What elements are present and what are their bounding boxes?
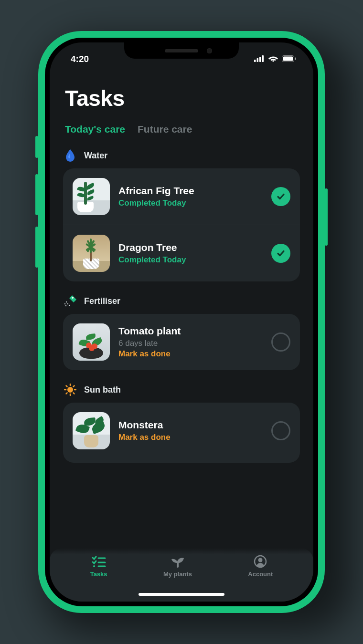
svg-point-25 (93, 565, 95, 567)
plant-name: Dragon Tree (118, 242, 263, 253)
page-title: Tasks (63, 85, 300, 111)
status-time: 4:20 (71, 54, 89, 64)
check-done-icon[interactable] (271, 244, 290, 263)
side-button (35, 136, 38, 158)
task-row[interactable]: African Fig Tree Completed Today (63, 168, 300, 225)
section-label: Fertiliser (84, 296, 120, 306)
home-indicator[interactable] (139, 593, 224, 596)
nav-label: Account (248, 571, 273, 578)
check-done-icon[interactable] (271, 187, 290, 206)
svg-line-21 (66, 393, 67, 394)
task-row[interactable]: Tomato plant 6 days late Mark as done (63, 314, 300, 370)
svg-point-8 (66, 301, 67, 302)
tab-todays-care[interactable]: Today's care (65, 124, 125, 135)
device-frame: 4:20 Tasks (38, 31, 325, 613)
side-button (35, 174, 38, 215)
section-header-fertiliser: Fertiliser (63, 293, 300, 314)
plant-name: Monstera (118, 419, 263, 431)
svg-point-11 (65, 305, 66, 306)
side-button (325, 188, 328, 246)
nav-label: My plants (163, 571, 192, 578)
svg-rect-0 (254, 60, 256, 62)
task-status: Completed Today (118, 198, 263, 208)
section-label: Sun bath (84, 385, 121, 395)
card-sunbath: Monstera Mark as done (63, 403, 300, 463)
cellular-icon (254, 54, 265, 64)
plant-thumbnail (73, 323, 110, 361)
card-water: African Fig Tree Completed Today (63, 168, 300, 281)
plant-name: African Fig Tree (118, 185, 263, 197)
svg-rect-3 (262, 55, 264, 62)
plant-thumbnail (73, 178, 110, 215)
screen: 4:20 Tasks (50, 42, 313, 602)
mark-as-done-button[interactable]: Mark as done (118, 433, 263, 442)
section-header-water: Water (63, 147, 300, 168)
nav-account[interactable]: Account (248, 555, 273, 578)
svg-point-7 (72, 297, 74, 299)
svg-point-10 (67, 303, 68, 304)
section-header-sunbath: Sun bath (63, 382, 300, 403)
account-icon (253, 555, 267, 568)
sprout-icon (171, 555, 185, 568)
task-status: Completed Today (118, 255, 263, 265)
svg-point-13 (67, 387, 73, 393)
task-row[interactable]: Monstera Mark as done (63, 403, 300, 463)
side-button (35, 227, 38, 268)
plant-name: Tomato plant (118, 325, 263, 337)
nav-label: Tasks (90, 571, 107, 578)
svg-rect-6 (295, 58, 296, 60)
battery-icon (282, 54, 296, 64)
section-label: Water (84, 151, 107, 161)
svg-line-18 (66, 386, 67, 387)
water-drop-icon (64, 149, 76, 162)
tab-future-care[interactable]: Future care (138, 124, 192, 135)
task-row[interactable]: Dragon Tree Completed Today (63, 225, 300, 281)
svg-rect-2 (259, 57, 261, 62)
card-fertiliser: Tomato plant 6 days late Mark as done (63, 314, 300, 370)
tasks-icon (92, 555, 106, 568)
wifi-icon (268, 54, 278, 64)
check-empty-icon[interactable] (271, 421, 290, 440)
content: Tasks Today's care Future care Water (50, 69, 313, 602)
plant-thumbnail (73, 235, 110, 272)
task-late: 6 days late (118, 339, 263, 348)
plant-thumbnail (73, 412, 110, 449)
sun-icon (64, 384, 76, 396)
svg-rect-5 (283, 57, 293, 61)
svg-line-19 (73, 393, 74, 394)
svg-line-20 (73, 386, 74, 387)
nav-my-plants[interactable]: My plants (163, 555, 192, 578)
fertiliser-icon (64, 295, 76, 307)
svg-point-12 (69, 305, 70, 306)
check-empty-icon[interactable] (271, 332, 290, 352)
svg-point-9 (64, 303, 65, 304)
svg-point-27 (258, 558, 263, 562)
svg-rect-1 (257, 58, 259, 62)
nav-tasks[interactable]: Tasks (90, 555, 107, 578)
tabs: Today's care Future care (63, 124, 300, 135)
mark-as-done-button[interactable]: Mark as done (118, 349, 263, 359)
status-bar: 4:20 (50, 42, 313, 69)
